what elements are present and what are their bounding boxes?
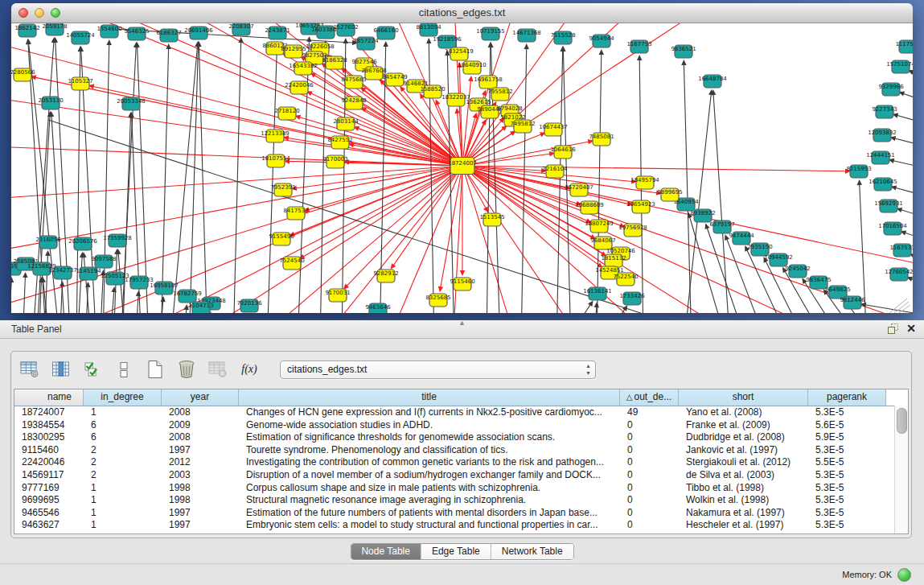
minimize-window-button[interactable]: [35, 8, 44, 18]
network-node[interactable]: 6379197: [709, 220, 734, 233]
network-node[interactable]: 20691406: [184, 27, 213, 39]
network-node[interactable]: 1527602: [333, 23, 358, 36]
float-panel-icon[interactable]: [888, 323, 898, 334]
network-node[interactable]: 7952391: [270, 183, 295, 196]
network-node[interactable]: 8325685: [425, 294, 450, 307]
network-node[interactable]: 1167753: [626, 40, 651, 53]
network-node[interactable]: 19756928: [618, 224, 647, 237]
network-node[interactable]: 16648784: [698, 75, 727, 88]
scrollbar-thumb[interactable]: [897, 408, 907, 434]
close-panel-icon[interactable]: ✕: [906, 323, 916, 335]
table-row[interactable]: 946554611997Estimation of the future num…: [14, 507, 908, 520]
network-node[interactable]: 18640910: [458, 61, 487, 74]
column-selector-icon[interactable]: [51, 359, 72, 380]
network-node[interactable]: 8417532: [283, 207, 308, 220]
network-node[interactable]: 2280566: [11, 68, 35, 81]
network-node[interactable]: 9836521: [671, 45, 696, 58]
network-node[interactable]: 1862142: [14, 24, 39, 37]
column-header-year[interactable]: year: [162, 389, 239, 406]
network-node[interactable]: 12093832: [868, 129, 897, 142]
tab-network-table[interactable]: Network Table: [491, 544, 573, 559]
network-node[interactable]: 1354600: [97, 25, 121, 38]
network-node[interactable]: 9282912: [373, 270, 398, 282]
splitter-handle[interactable]: ▲: [458, 319, 466, 326]
network-node[interactable]: 8186328: [322, 56, 347, 69]
network-node[interactable]: 18325419: [445, 47, 474, 60]
network-node[interactable]: 7485081: [589, 133, 614, 146]
network-node[interactable]: 2243871: [265, 27, 290, 39]
network-node[interactable]: 1513545: [479, 213, 504, 226]
table-row[interactable]: 1830029562008Estimation of significance …: [14, 431, 908, 444]
network-node[interactable]: 14055724: [66, 31, 95, 44]
network-node[interactable]: 9170003: [322, 155, 347, 168]
network-node[interactable]: 1117546: [895, 40, 913, 53]
network-node[interactable]: 20206576: [68, 237, 97, 250]
tab-node-table[interactable]: Node Table: [351, 544, 421, 559]
table-row[interactable]: 2242004622012Investigating the contribut…: [14, 456, 908, 469]
network-node[interactable]: 15751074: [886, 60, 913, 73]
network-node[interactable]: 19654923: [626, 200, 655, 213]
network-node[interactable]: 12444151: [866, 151, 895, 164]
network-node[interactable]: 6186327: [156, 29, 181, 42]
network-node[interactable]: 1167533: [889, 244, 913, 257]
table-row[interactable]: 977716911998Corpus callosum shape and si…: [14, 482, 908, 495]
network-node[interactable]: 9474444: [729, 232, 754, 245]
function-builder-icon[interactable]: f(x): [239, 359, 260, 380]
network-node[interactable]: 8475685: [341, 76, 366, 89]
network-node[interactable]: 10688609: [575, 201, 604, 214]
column-header-in_degree[interactable]: in_degree: [84, 389, 162, 406]
column-header-pagerank[interactable]: pagerank: [808, 389, 886, 406]
network-node[interactable]: 1733426: [619, 292, 645, 305]
network-node[interactable]: 15692931: [874, 200, 903, 212]
network-node[interactable]: 10944592: [764, 253, 793, 266]
network-node[interactable]: 7522540: [613, 273, 638, 286]
network-node[interactable]: 18807249: [585, 220, 614, 233]
delete-table-icon[interactable]: [207, 359, 228, 380]
network-node[interactable]: 2053110: [38, 97, 63, 109]
select-all-icon[interactable]: [82, 359, 103, 380]
new-column-icon[interactable]: [145, 359, 166, 380]
network-node[interactable]: 2059178: [42, 23, 67, 35]
resize-grip-icon[interactable]: [889, 299, 907, 313]
network-node[interactable]: 9227343: [872, 105, 897, 118]
network-node[interactable]: 8938922: [690, 209, 715, 222]
network-node[interactable]: 9097588: [91, 255, 116, 268]
network-node[interactable]: 9170031: [325, 289, 350, 302]
network-node[interactable]: 8813054: [416, 23, 441, 36]
network-node[interactable]: 7955812: [487, 88, 512, 101]
column-header-title[interactable]: title: [239, 389, 620, 406]
network-node[interactable]: 6466160: [373, 27, 398, 39]
network-node[interactable]: 1064616: [550, 146, 576, 159]
network-node[interactable]: 17359928: [103, 234, 132, 247]
network-node[interactable]: 9812446: [840, 296, 865, 309]
memory-status-led[interactable]: [897, 568, 911, 582]
network-node[interactable]: 9245042: [785, 265, 810, 278]
table-row[interactable]: 1456911722003Disruption of a novel membe…: [14, 469, 908, 482]
table-row[interactable]: 1938455462009Genome-wide association stu…: [14, 419, 908, 432]
network-node[interactable]: 8427552: [327, 136, 352, 149]
table-scrollbar[interactable]: [894, 406, 908, 534]
network-node[interactable]: 9329966: [878, 83, 904, 96]
table-source-dropdown[interactable]: citations_edges.txt ▲▼: [280, 360, 596, 379]
network-node[interactable]: 9054944: [589, 35, 614, 47]
network-node[interactable]: 9899695: [657, 188, 682, 201]
network-node[interactable]: 2803144: [333, 117, 359, 130]
network-node[interactable]: 1145194: [76, 267, 101, 280]
network-node[interactable]: 20053346: [117, 97, 146, 110]
table-row[interactable]: 1872400712008Changes of HCN gene express…: [14, 406, 908, 419]
network-node[interactable]: 9463646: [365, 303, 391, 313]
network-node[interactable]: 16961758: [474, 76, 503, 89]
column-header-out_de[interactable]: △out_de...: [620, 389, 679, 406]
network-node[interactable]: 7524540: [279, 257, 304, 270]
close-window-button[interactable]: [18, 8, 28, 18]
network-hub-node[interactable]: 18724007: [448, 158, 477, 175]
network-node[interactable]: 7920136: [236, 299, 262, 312]
network-node[interactable]: 9546325: [124, 27, 149, 40]
network-node[interactable]: 16210645: [869, 178, 897, 191]
network-node[interactable]: 9115460: [450, 278, 474, 290]
network-node[interactable]: 3216104: [542, 165, 568, 178]
network-node[interactable]: 2316056: [35, 236, 61, 249]
network-node[interactable]: 7495812: [510, 120, 535, 133]
network-node[interactable]: 1815132: [601, 254, 626, 267]
network-node[interactable]: 19218596: [433, 35, 462, 48]
